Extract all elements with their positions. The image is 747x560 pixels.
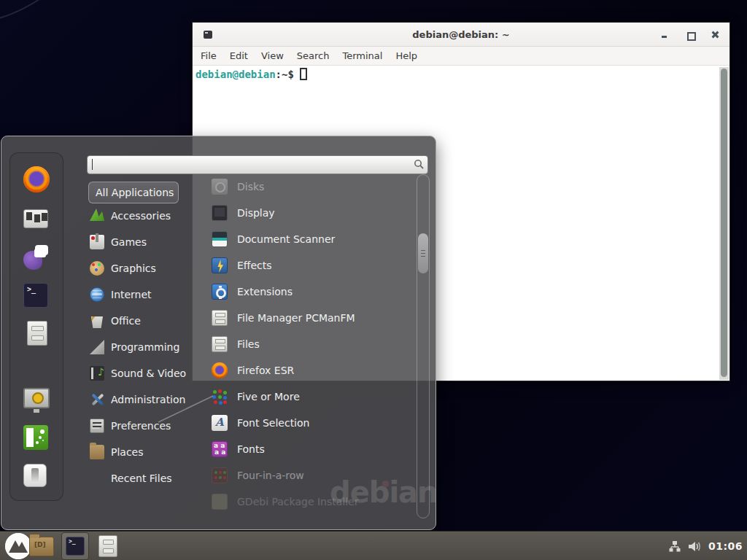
search-icon — [414, 159, 425, 170]
mountain-logo-icon — [5, 533, 31, 559]
app-list-scrollbar[interactable] — [417, 174, 430, 518]
app-item-display[interactable]: Display — [208, 200, 412, 226]
taskbar: 01:06 — [0, 531, 747, 560]
volume-icon[interactable] — [688, 540, 702, 553]
applications-menu: All Applications Accessories Games Graph… — [1, 136, 436, 530]
terminal-titlebar[interactable]: debian@debian: ~ — [193, 23, 729, 47]
fonts-icon — [212, 441, 228, 457]
menu-file[interactable]: File — [194, 48, 223, 63]
app-item-disks[interactable]: Disks — [208, 174, 412, 200]
four-in-a-row-icon — [212, 467, 228, 483]
file-manager-launcher[interactable] — [29, 537, 54, 556]
prompt-path: :~$ — [276, 69, 294, 80]
app-item-document-scanner[interactable]: Document Scanner — [208, 226, 412, 252]
clock[interactable]: 01:06 — [708, 540, 743, 552]
terminal-icon — [23, 283, 48, 308]
graphics-icon — [90, 261, 104, 276]
terminal-icon — [66, 537, 85, 556]
app-item-font-selection[interactable]: Font Selection — [208, 410, 412, 436]
favorite-file-manager[interactable] — [23, 319, 51, 347]
terminal-task-button[interactable] — [61, 532, 89, 560]
maximize-icon[interactable] — [685, 30, 695, 40]
display-icon — [212, 205, 228, 221]
menu-edit[interactable]: Edit — [223, 48, 255, 63]
search-input[interactable] — [87, 155, 428, 174]
app-item-files[interactable]: Files — [208, 331, 412, 357]
files-launcher[interactable] — [98, 535, 117, 557]
category-sound-video[interactable]: Sound & Video — [87, 360, 196, 386]
category-office[interactable]: Office — [87, 308, 196, 334]
favorite-lock-screen[interactable] — [23, 385, 51, 413]
favorite-terminal[interactable] — [23, 281, 51, 309]
menu-terminal[interactable]: Terminal — [336, 48, 389, 63]
network-icon[interactable] — [669, 540, 681, 553]
favorites-panel — [9, 152, 63, 501]
app-item-four-in-a-row[interactable]: Four-in-a-row — [208, 462, 412, 489]
wallpaper-arc — [0, 0, 108, 26]
app-item-five-or-more[interactable]: Five or More — [208, 384, 412, 410]
favorite-shut-down[interactable] — [23, 462, 51, 489]
disks-icon — [212, 179, 228, 195]
category-programming[interactable]: Programming — [87, 334, 196, 360]
games-icon — [90, 235, 104, 249]
minimize-icon[interactable] — [659, 30, 670, 40]
app-list-scrollbar-thumb[interactable] — [418, 233, 428, 273]
app-item-file-manager-pcmanfm[interactable]: File Manager PCManFM — [208, 305, 412, 331]
file-manager-icon — [27, 321, 47, 346]
office-icon — [90, 314, 104, 328]
menu-button[interactable] — [5, 533, 31, 559]
category-graphics[interactable]: Graphics — [87, 255, 196, 281]
favorite-pidgin[interactable] — [23, 244, 51, 271]
accessories-icon — [90, 209, 104, 223]
terminal-scrollbar-thumb[interactable] — [721, 69, 727, 377]
places-icon — [90, 445, 104, 459]
log-out-icon — [23, 425, 48, 450]
lock-screen-icon — [23, 388, 50, 408]
category-all-applications[interactable]: All Applications — [88, 182, 179, 203]
extensions-icon — [212, 284, 228, 300]
firefox-icon — [23, 166, 50, 192]
internet-icon — [90, 287, 104, 302]
preferences-icon — [90, 419, 104, 433]
category-places[interactable]: Places — [87, 439, 196, 465]
app-item-fonts[interactable]: Fonts — [208, 436, 412, 462]
app-item-effects[interactable]: Effects — [208, 252, 412, 279]
menu-view[interactable]: View — [255, 48, 290, 63]
mixer-icon — [23, 209, 48, 228]
terminal-menubar: File Edit View Search Terminal Help — [193, 47, 729, 66]
menu-search[interactable]: Search — [290, 48, 336, 63]
category-accessories[interactable]: Accessories — [87, 203, 196, 229]
files-icon — [212, 336, 228, 352]
category-internet[interactable]: Internet — [87, 281, 196, 308]
terminal-scrollbar[interactable] — [719, 67, 729, 380]
sound-video-icon — [90, 366, 104, 381]
menu-help[interactable]: Help — [389, 48, 424, 63]
close-icon[interactable] — [711, 30, 721, 40]
app-item-extensions[interactable]: Extensions — [208, 279, 412, 305]
effects-icon — [212, 257, 228, 273]
favorite-firefox[interactable] — [23, 166, 51, 194]
terminal-cursor — [300, 68, 307, 80]
terminal-prompt: debian@debian:~$ — [196, 68, 307, 80]
programming-icon — [90, 340, 104, 354]
shut-down-icon — [23, 464, 47, 487]
app-item-gdebi[interactable]: GDebi Package Installer — [208, 489, 412, 515]
all-applications-label: All Applications — [96, 187, 174, 198]
gdebi-icon — [212, 494, 228, 510]
pidgin-icon — [23, 245, 48, 270]
terminal-title: debian@debian: ~ — [412, 29, 509, 40]
category-recent-files[interactable]: Recent Files — [87, 465, 196, 491]
document-scanner-icon — [212, 231, 228, 247]
terminal-window-icon — [204, 31, 212, 39]
pointer-trail — [156, 392, 216, 424]
favorite-log-out[interactable] — [23, 424, 51, 451]
firefox-icon — [212, 362, 228, 378]
search-caret — [92, 159, 93, 170]
app-item-firefox-esr[interactable]: Firefox ESR — [208, 357, 412, 384]
administration-icon — [90, 392, 104, 407]
category-games[interactable]: Games — [87, 229, 196, 255]
prompt-user-host: debian@debian — [196, 69, 276, 80]
file-manager-icon — [212, 310, 228, 326]
favorite-mixer[interactable] — [23, 206, 51, 233]
